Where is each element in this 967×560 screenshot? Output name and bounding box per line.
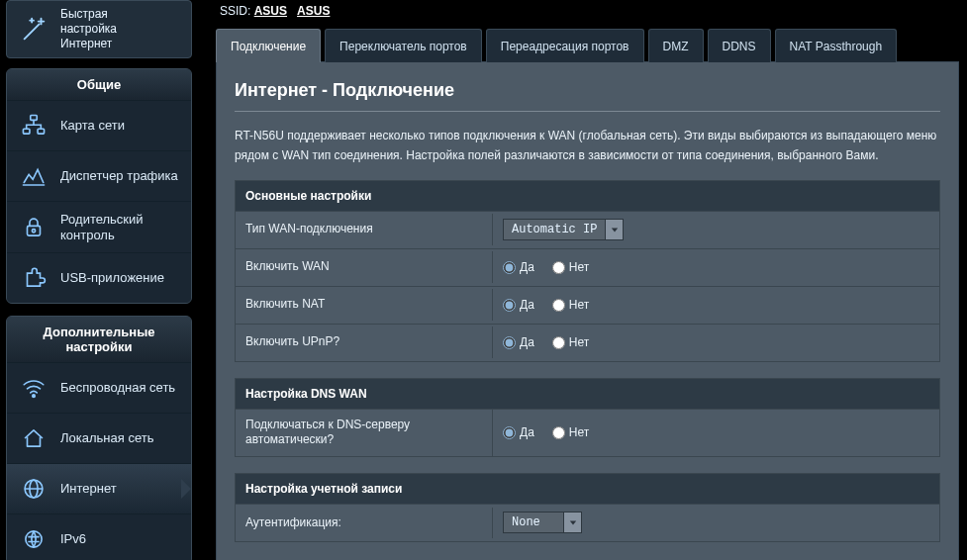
section-header-dns: Настройка DNS WAN: [236, 379, 939, 409]
radio-auto-dns-no[interactable]: Нет: [552, 425, 589, 439]
page-description: RT-N56U поддерживает несколько типов под…: [235, 126, 940, 166]
svg-point-10: [32, 229, 35, 232]
sidebar-item-label: Интернет: [60, 481, 117, 497]
traffic-icon: [19, 161, 48, 191]
label-enable-wan: Включить WAN: [236, 251, 493, 283]
puzzle-icon: [19, 263, 48, 293]
svg-rect-9: [28, 226, 41, 235]
svg-line-0: [25, 24, 40, 39]
sidebar-item-network-map[interactable]: Карта сети: [7, 100, 191, 150]
section-dns: Настройка DNS WAN Подключаться к DNS-сер…: [235, 378, 940, 457]
row-auto-dns: Подключаться к DNS-серверу автоматически…: [236, 409, 939, 456]
radio-auto-dns: Да Нет: [503, 425, 589, 439]
sidebar-item-wireless[interactable]: Беспроводная сеть: [7, 362, 191, 413]
radio-enable-wan: Да Нет: [503, 260, 589, 274]
globe-icon: [19, 474, 48, 504]
svg-rect-5: [31, 115, 38, 120]
label-enable-nat: Включить NAT: [236, 289, 493, 321]
page-title: Интернет - Подключение: [235, 80, 940, 112]
svg-rect-6: [23, 129, 30, 134]
sidebar-item-lan[interactable]: Локальная сеть: [7, 413, 191, 463]
radio-enable-wan-yes[interactable]: Да: [503, 260, 534, 274]
section-account: Настройка учетной записи Аутентификация:…: [235, 473, 940, 542]
label-auth: Аутентификация:: [236, 508, 493, 539]
radio-enable-nat-no[interactable]: Нет: [552, 298, 589, 312]
nav-group-general: Общие Карта сети Диспетчер трафика: [6, 68, 192, 304]
wand-icon: [17, 13, 50, 47]
section-basic: Основные настройки Тип WAN-подключения A…: [235, 180, 940, 362]
sidebar-item-internet[interactable]: Интернет: [7, 463, 191, 513]
tab-connection[interactable]: Подключение: [216, 29, 321, 62]
svg-point-11: [33, 395, 35, 397]
row-enable-nat: Включить NAT Да Нет: [236, 286, 939, 324]
select-wan-type-value: Automatic IP: [504, 223, 605, 236]
sidebar-item-parental-control[interactable]: Родительский контроль: [7, 201, 191, 252]
sidebar-item-usb-app[interactable]: USB-приложение: [7, 252, 191, 303]
nav-group-header-general: Общие: [7, 69, 191, 100]
select-auth-value: None: [504, 515, 563, 529]
sidebar-item-label: Родительский контроль: [60, 212, 179, 242]
quick-internet-setup[interactable]: Быстрая настройка Интернет: [6, 0, 192, 58]
nav-group-header-advanced: Дополнительные настройки: [7, 317, 191, 362]
sidebar-item-label: USB-приложение: [60, 270, 164, 286]
globe-swap-icon: [19, 524, 48, 554]
sidebar-item-ipv6[interactable]: IPv6: [7, 513, 191, 560]
select-wan-type[interactable]: Automatic IP: [503, 219, 624, 240]
row-auth: Аутентификация: None: [236, 504, 939, 541]
section-header-account: Настройка учетной записи: [236, 474, 939, 504]
tab-port-trigger[interactable]: Переключатель портов: [325, 29, 482, 62]
home-icon: [19, 423, 48, 453]
chevron-down-icon: [563, 513, 581, 532]
row-enable-upnp: Включить UPnP? Да Нет: [236, 324, 939, 361]
radio-enable-upnp-no[interactable]: Нет: [552, 335, 589, 349]
sidebar-item-label: IPv6: [60, 531, 86, 547]
sidebar-item-label: Карта сети: [60, 118, 125, 134]
nav-group-advanced: Дополнительные настройки Беспроводная се…: [6, 316, 192, 560]
svg-marker-17: [569, 521, 575, 525]
radio-enable-wan-no[interactable]: Нет: [552, 260, 589, 274]
chevron-down-icon: [605, 220, 623, 239]
row-enable-wan: Включить WAN Да Нет: [236, 248, 939, 286]
radio-enable-upnp-yes[interactable]: Да: [503, 335, 534, 349]
label-wan-type: Тип WAN-подключения: [236, 214, 493, 245]
tab-port-forward[interactable]: Переадресация портов: [486, 29, 644, 62]
svg-marker-16: [612, 229, 618, 233]
sidebar-item-traffic-manager[interactable]: Диспетчер трафика: [7, 150, 191, 201]
radio-enable-upnp: Да Нет: [503, 335, 589, 349]
row-wan-type: Тип WAN-подключения Automatic IP: [236, 211, 939, 248]
sidebar-item-label: Беспроводная сеть: [60, 380, 175, 396]
tab-bar: Подключение Переключатель портов Переадр…: [216, 28, 959, 62]
ssid-prefix: SSID:: [220, 4, 250, 18]
wifi-icon: [19, 373, 48, 403]
sidebar-item-label: Диспетчер трафика: [60, 168, 178, 184]
sidebar: Быстрая настройка Интернет Общие Карта с…: [0, 0, 198, 560]
quick-setup-label: Быстрая настройка Интернет: [60, 7, 117, 51]
section-header-basic: Основные настройки: [236, 181, 939, 211]
main-content: SSID: ASUS ASUS Подключение Переключател…: [198, 0, 967, 560]
content-panel: Интернет - Подключение RT-N56U поддержив…: [216, 62, 959, 560]
ssid-link-primary[interactable]: ASUS: [254, 4, 287, 18]
radio-auto-dns-yes[interactable]: Да: [503, 425, 534, 439]
ssid-link-secondary[interactable]: ASUS: [297, 4, 330, 18]
lock-icon: [19, 213, 48, 242]
tab-dmz[interactable]: DMZ: [648, 29, 704, 62]
select-auth[interactable]: None: [503, 512, 582, 533]
label-auto-dns: Подключаться к DNS-серверу автоматически…: [236, 410, 493, 456]
ssid-line: SSID: ASUS ASUS: [216, 0, 959, 28]
radio-enable-nat: Да Нет: [503, 298, 589, 312]
tab-ddns[interactable]: DDNS: [708, 29, 771, 62]
radio-enable-nat-yes[interactable]: Да: [503, 298, 534, 312]
svg-rect-7: [38, 129, 45, 134]
svg-point-15: [26, 531, 42, 547]
sidebar-item-label: Локальная сеть: [60, 430, 153, 446]
label-enable-upnp: Включить UPnP?: [236, 327, 493, 358]
tab-nat-passthrough[interactable]: NAT Passthrough: [775, 29, 898, 62]
network-map-icon: [19, 111, 48, 140]
